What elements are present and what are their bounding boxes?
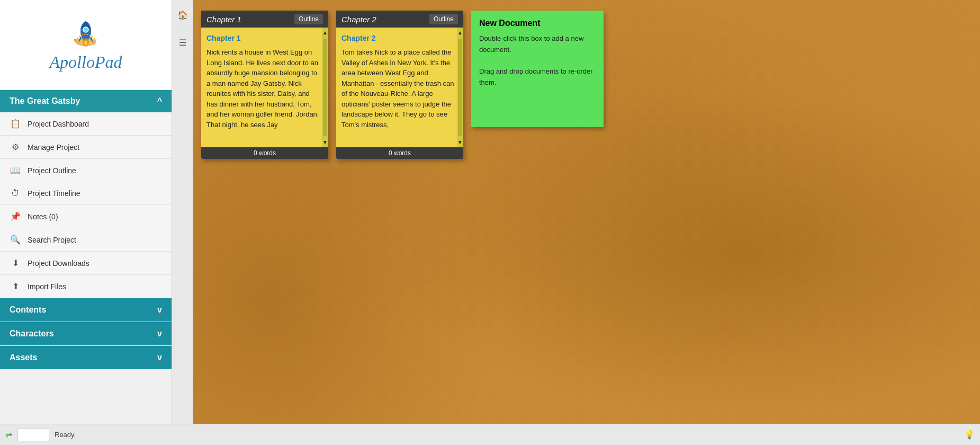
characters-label: Characters bbox=[10, 329, 54, 339]
search-icon: 🔍 bbox=[10, 235, 21, 245]
sync-arrows-icon[interactable]: ⇌ bbox=[5, 430, 12, 440]
chapter2-scrollbar[interactable]: ▲ ▼ bbox=[457, 28, 463, 147]
chapter1-header-title: Chapter 1 bbox=[206, 15, 241, 24]
sidebar-section-assets[interactable]: Assets v bbox=[0, 346, 172, 369]
sidebar-label-notes: Notes (0) bbox=[28, 212, 58, 221]
chapter2-body[interactable]: Chapter 2 Tom takes Nick to a place call… bbox=[336, 28, 463, 147]
chapter2-note[interactable]: Chapter 2 Outline Chapter 2 Tom takes Ni… bbox=[336, 11, 463, 159]
chapter1-text: Nick rents a house in West Egg on Long I… bbox=[206, 47, 321, 130]
logo-icon bbox=[70, 18, 102, 50]
left-strip: 🏠 ☰ bbox=[172, 0, 193, 424]
chapter1-body[interactable]: Chapter 1 Nick rents a house in West Egg… bbox=[201, 28, 328, 147]
chapter1-outline-button[interactable]: Outline bbox=[294, 14, 323, 24]
strip-divider bbox=[172, 30, 193, 30]
sidebar-label-project-outline: Project Outline bbox=[28, 166, 76, 175]
assets-chevron: v bbox=[157, 353, 162, 362]
sidebar-item-project-outline[interactable]: 📖 Project Outline bbox=[0, 159, 172, 182]
chapter2-footer: 0 words bbox=[336, 147, 463, 159]
new-document-text: Double-click this box to add a new docum… bbox=[479, 33, 596, 88]
gear-icon: ⚙ bbox=[10, 142, 21, 152]
sidebar-item-search-project[interactable]: 🔍 Search Project bbox=[0, 228, 172, 252]
upload-icon: ⬆ bbox=[10, 281, 21, 291]
download-icon: ⬇ bbox=[10, 258, 21, 268]
chapter2-title: Chapter 2 bbox=[341, 33, 456, 44]
sidebar-menu: 📋 Project Dashboard ⚙ Manage Project 📖 P… bbox=[0, 112, 172, 298]
assets-label: Assets bbox=[10, 353, 37, 362]
main-area: 🏠 ☰ Chapter 1 Outline Chapter 1 Nick ren… bbox=[172, 0, 980, 424]
sidebar-section-contents[interactable]: Contents v bbox=[0, 298, 172, 322]
scroll-down-icon2[interactable]: ▼ bbox=[456, 137, 463, 147]
new-document-title: New Document bbox=[479, 19, 596, 28]
sidebar-item-manage-project[interactable]: ⚙ Manage Project bbox=[0, 136, 172, 159]
logo-text: ApolloPad bbox=[50, 52, 122, 72]
sidebar-label-search-project: Search Project bbox=[28, 236, 76, 244]
dashboard-icon: 📋 bbox=[10, 119, 21, 129]
chapter1-header: Chapter 1 Outline bbox=[201, 11, 328, 28]
pin-icon: 📌 bbox=[10, 211, 21, 221]
chapter2-outline-button[interactable]: Outline bbox=[429, 14, 458, 24]
status-input-box[interactable] bbox=[17, 429, 49, 441]
sidebar-label-project-dashboard: Project Dashboard bbox=[28, 120, 89, 128]
chapter1-title: Chapter 1 bbox=[206, 33, 321, 44]
new-document-note[interactable]: New Document Double-click this box to ad… bbox=[471, 11, 604, 127]
status-bar: ⇌ Ready. 💡 bbox=[0, 424, 980, 445]
sidebar: ApolloPad The Great Gatsby ^ 📋 Project D… bbox=[0, 0, 172, 424]
chapter1-note[interactable]: Chapter 1 Outline Chapter 1 Nick rents a… bbox=[201, 11, 328, 159]
sidebar-label-project-timeline: Project Timeline bbox=[28, 189, 80, 198]
sidebar-label-import-files: Import Files bbox=[28, 282, 66, 291]
project-header[interactable]: The Great Gatsby ^ bbox=[0, 90, 172, 112]
sidebar-item-project-downloads[interactable]: ⬇ Project Downloads bbox=[0, 252, 172, 275]
contents-chevron: v bbox=[157, 305, 162, 315]
sidebar-item-import-files[interactable]: ⬆ Import Files bbox=[0, 275, 172, 298]
chapter1-scrollbar[interactable]: ▲ ▼ bbox=[322, 28, 328, 147]
corkboard: Chapter 1 Outline Chapter 1 Nick rents a… bbox=[193, 0, 980, 424]
clock-icon: ⏱ bbox=[10, 189, 21, 198]
scroll-track2 bbox=[458, 39, 462, 136]
scroll-down-icon[interactable]: ▼ bbox=[321, 137, 328, 147]
sidebar-section-characters[interactable]: Characters v bbox=[0, 322, 172, 345]
characters-chevron: v bbox=[157, 329, 162, 339]
sidebar-item-project-timeline[interactable]: ⏱ Project Timeline bbox=[0, 182, 172, 205]
svg-point-7 bbox=[84, 40, 87, 46]
sidebar-item-project-dashboard[interactable]: 📋 Project Dashboard bbox=[0, 112, 172, 136]
scroll-track bbox=[323, 39, 327, 136]
chapter2-header: Chapter 2 Outline bbox=[336, 11, 463, 28]
sidebar-label-project-downloads: Project Downloads bbox=[28, 259, 89, 268]
project-chevron: ^ bbox=[157, 96, 162, 106]
scroll-up-icon[interactable]: ▲ bbox=[321, 28, 328, 38]
svg-point-8 bbox=[74, 39, 77, 42]
status-text: Ready. bbox=[55, 431, 76, 439]
scroll-up-icon2[interactable]: ▲ bbox=[456, 28, 463, 38]
sidebar-item-notes[interactable]: 📌 Notes (0) bbox=[0, 205, 172, 228]
new-document-body: New Document Double-click this box to ad… bbox=[471, 11, 604, 96]
sidebar-label-manage-project: Manage Project bbox=[28, 143, 79, 152]
book-icon: 📖 bbox=[10, 165, 21, 175]
lightbulb-icon[interactable]: 💡 bbox=[964, 430, 975, 440]
chapter1-footer: 0 words bbox=[201, 147, 328, 159]
chapter2-header-title: Chapter 2 bbox=[341, 15, 376, 24]
contents-label: Contents bbox=[10, 305, 46, 315]
svg-point-5 bbox=[83, 27, 88, 32]
home-strip-icon[interactable]: 🏠 bbox=[173, 5, 192, 24]
sidebar-logo: ApolloPad bbox=[0, 0, 172, 90]
chapter2-text: Tom takes Nick to a place called the Val… bbox=[341, 47, 456, 130]
project-name: The Great Gatsby bbox=[10, 96, 80, 106]
menu-strip-icon[interactable]: ☰ bbox=[173, 33, 192, 52]
